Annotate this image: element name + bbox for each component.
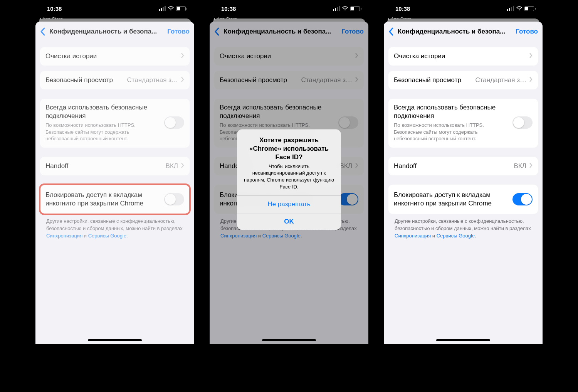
status-indicators: 40 <box>507 6 536 11</box>
row-desc: По возможности использовать HTTPS. Безоп… <box>394 122 509 142</box>
wifi-icon <box>516 6 523 11</box>
row-handoff[interactable]: Handoff ВКЛ <box>388 157 538 175</box>
row-title: Всегда использовать безопасные подключен… <box>45 103 160 120</box>
settings-sheet: Конфиденциальность и безопа... Готово Оч… <box>384 22 543 344</box>
settings-sheet: Конфиденциальность и безопа... Готово Оч… <box>210 22 368 344</box>
row-label: Безопасный просмотр <box>394 76 472 84</box>
link-sync[interactable]: Синхронизация <box>395 233 431 239</box>
home-indicator[interactable] <box>88 339 142 341</box>
https-toggle[interactable] <box>164 116 184 129</box>
status-time: 10:38 <box>221 5 236 12</box>
chevron-right-icon <box>181 163 184 170</box>
cellular-icon <box>507 6 514 11</box>
home-indicator[interactable] <box>436 339 490 341</box>
row-clear-history[interactable]: Очистка истории <box>40 47 190 66</box>
battery-icon: 40 <box>524 6 536 11</box>
screenshot-1: 10:38 40 App Store Конфиденциальность и … <box>35 0 194 344</box>
chevron-right-icon <box>529 77 533 84</box>
row-label: Очистка истории <box>394 52 526 60</box>
row-lock-incognito[interactable]: Блокировать доступ к вкладкам инкогнито … <box>388 185 538 214</box>
status-indicators: 40 <box>159 6 187 11</box>
nav-bar: Конфиденциальность и безопа... Готово <box>35 22 194 42</box>
battery-icon: 40 <box>350 6 361 11</box>
row-value: ВКЛ <box>166 162 178 170</box>
alert-title: Хотите разрешить «Chrome» использовать F… <box>243 136 335 162</box>
row-label: Handoff <box>394 162 511 170</box>
status-time: 10:38 <box>395 5 410 12</box>
row-lock-incognito[interactable]: Блокировать доступ к вкладкам инкогнито … <box>40 185 190 214</box>
alert-message: Чтобы исключить несанкционированный дост… <box>243 163 335 190</box>
wifi-icon <box>168 6 174 11</box>
chevron-right-icon <box>529 163 533 170</box>
alert-deny-button[interactable]: Не разрешать <box>237 196 341 213</box>
done-button[interactable]: Готово <box>516 28 538 35</box>
link-google-services[interactable]: Сервисы Google <box>437 233 475 239</box>
row-safe-browsing[interactable]: Безопасный просмотр Стандартная з… <box>40 71 190 89</box>
status-time: 10:38 <box>47 5 62 12</box>
link-sync[interactable]: Синхронизация <box>46 233 82 239</box>
cellular-icon <box>333 6 340 11</box>
link-google-services[interactable]: Сервисы Google <box>88 233 126 239</box>
row-label: Блокировать доступ к вкладкам инкогнито … <box>45 191 160 208</box>
https-toggle[interactable] <box>512 116 533 129</box>
row-value: Стандартная з… <box>127 76 178 84</box>
row-value: Стандартная з… <box>475 76 526 84</box>
row-safe-browsing[interactable]: Безопасный просмотр Стандартная з… <box>388 71 538 89</box>
status-bar: 10:38 40 <box>384 0 543 17</box>
row-label: Очистка истории <box>45 52 178 60</box>
nav-bar: Конфиденциальность и безопа... Готово <box>384 22 543 42</box>
back-button[interactable] <box>40 27 45 36</box>
back-button[interactable] <box>388 27 394 36</box>
row-desc: По возможности использовать HTTPS. Безоп… <box>45 122 160 142</box>
lock-incognito-toggle[interactable] <box>512 193 533 205</box>
home-indicator[interactable] <box>262 339 316 341</box>
chevron-right-icon <box>181 77 184 84</box>
row-https[interactable]: Всегда использовать безопасные подключен… <box>388 99 538 148</box>
screenshot-2: 10:38 40 App Store Конфиденциальность и … <box>210 0 368 344</box>
row-https[interactable]: Всегда использовать безопасные подключен… <box>40 99 190 148</box>
status-bar: 10:38 40 <box>35 0 194 17</box>
row-label: Handoff <box>45 162 163 170</box>
faceid-alert: Хотите разрешить «Chrome» использовать F… <box>237 129 341 230</box>
row-value: ВКЛ <box>514 162 526 170</box>
row-label: Безопасный просмотр <box>45 76 124 84</box>
row-title: Всегда использовать безопасные подключен… <box>394 103 509 120</box>
done-button[interactable]: Готово <box>167 28 190 35</box>
content: Очистка истории Безопасный просмотр Стан… <box>384 42 543 344</box>
lock-incognito-toggle[interactable] <box>164 193 184 205</box>
row-handoff[interactable]: Handoff ВКЛ <box>40 157 190 175</box>
row-clear-history[interactable]: Очистка истории <box>388 47 538 66</box>
settings-sheet: Конфиденциальность и безопа... Готово Оч… <box>35 22 194 344</box>
cellular-icon <box>159 6 166 11</box>
footer-text: Другие настройки, связанные с конфиденци… <box>40 214 190 240</box>
row-label: Блокировать доступ к вкладкам инкогнито … <box>394 191 509 208</box>
status-bar: 10:38 40 <box>210 0 368 17</box>
page-title: Конфиденциальность и безопа... <box>48 28 165 35</box>
alert-ok-button[interactable]: OK <box>237 213 341 230</box>
content: Очистка истории Безопасный просмотр Стан… <box>35 42 194 344</box>
page-title: Конфиденциальность и безопа... <box>396 28 513 35</box>
wifi-icon <box>342 6 348 11</box>
footer-text: Другие настройки, связанные с конфиденци… <box>388 214 538 240</box>
chevron-right-icon <box>529 53 533 60</box>
screenshot-3: 10:38 40 App Store Конфиденциальность и … <box>384 0 543 344</box>
battery-icon: 40 <box>176 6 187 11</box>
status-indicators: 40 <box>333 6 361 11</box>
chevron-right-icon <box>181 53 184 60</box>
